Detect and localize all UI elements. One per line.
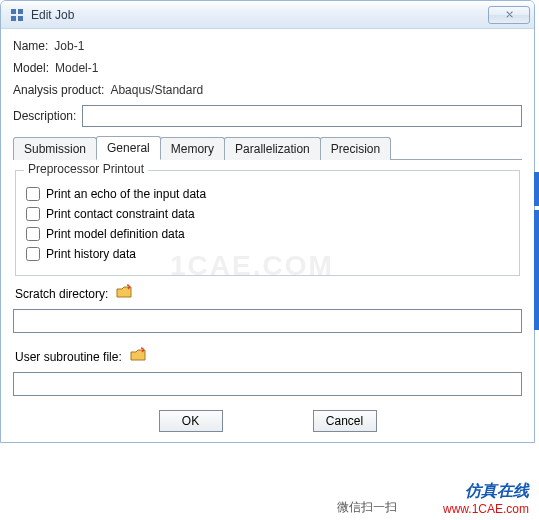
opt-history-checkbox[interactable] (26, 247, 40, 261)
description-label: Description: (13, 109, 76, 123)
scratch-label: Scratch directory: (15, 287, 108, 301)
opt-history-label: Print history data (46, 247, 136, 261)
opt-contact[interactable]: Print contact constraint data (26, 207, 509, 221)
svg-rect-3 (18, 16, 23, 21)
tab-precision[interactable]: Precision (320, 137, 391, 160)
folder-open-icon (130, 347, 148, 363)
button-bar: OK Cancel (13, 404, 522, 442)
subroutine-input[interactable] (13, 372, 522, 396)
tab-general[interactable]: General (96, 136, 161, 160)
opt-echo-checkbox[interactable] (26, 187, 40, 201)
svg-rect-2 (11, 16, 16, 21)
window-title: Edit Job (31, 8, 488, 22)
edit-job-window: Edit Job ⤬ Name: Job-1 Model: Model-1 An… (0, 0, 535, 443)
tabs: Submission General Memory Parallelizatio… (13, 135, 522, 160)
tab-submission[interactable]: Submission (13, 137, 97, 160)
scroll-marker (534, 172, 539, 206)
description-input[interactable] (82, 105, 522, 127)
wechat-text: 微信扫一扫 (335, 499, 399, 516)
scratch-browse-button[interactable] (116, 284, 134, 303)
opt-contact-label: Print contact constraint data (46, 207, 195, 221)
client-area: Name: Job-1 Model: Model-1 Analysis prod… (1, 29, 534, 442)
opt-history[interactable]: Print history data (26, 247, 509, 261)
tab-parallelization[interactable]: Parallelization (224, 137, 321, 160)
svg-rect-0 (11, 9, 16, 14)
product-value: Abaqus/Standard (110, 83, 203, 97)
cancel-button[interactable]: Cancel (313, 410, 377, 432)
opt-modeldef[interactable]: Print model definition data (26, 227, 509, 241)
watermark-footer: 微信扫一扫 仿真在线 www.1CAE.com (0, 494, 539, 520)
ok-button[interactable]: OK (159, 410, 223, 432)
titlebar: Edit Job ⤬ (1, 1, 534, 29)
opt-echo-label: Print an echo of the input data (46, 187, 206, 201)
name-value: Job-1 (54, 39, 84, 53)
model-value: Model-1 (55, 61, 98, 75)
scratch-input[interactable] (13, 309, 522, 333)
scroll-marker (534, 210, 539, 330)
folder-open-icon (116, 284, 134, 300)
name-label: Name: (13, 39, 48, 53)
brand-url: www.1CAE.com (443, 502, 529, 516)
tab-memory[interactable]: Memory (160, 137, 225, 160)
preprocessor-group: Preprocessor Printout Print an echo of t… (15, 170, 520, 276)
product-label: Analysis product: (13, 83, 104, 97)
opt-contact-checkbox[interactable] (26, 207, 40, 221)
preprocessor-title: Preprocessor Printout (24, 162, 148, 176)
subroutine-browse-button[interactable] (130, 347, 148, 366)
brand-text: 仿真在线 (465, 481, 529, 502)
svg-rect-1 (18, 9, 23, 14)
model-label: Model: (13, 61, 49, 75)
app-icon (9, 7, 25, 23)
opt-modeldef-label: Print model definition data (46, 227, 185, 241)
subroutine-label: User subroutine file: (15, 350, 122, 364)
close-icon: ⤬ (505, 8, 514, 21)
opt-echo[interactable]: Print an echo of the input data (26, 187, 509, 201)
opt-modeldef-checkbox[interactable] (26, 227, 40, 241)
close-button[interactable]: ⤬ (488, 6, 530, 24)
